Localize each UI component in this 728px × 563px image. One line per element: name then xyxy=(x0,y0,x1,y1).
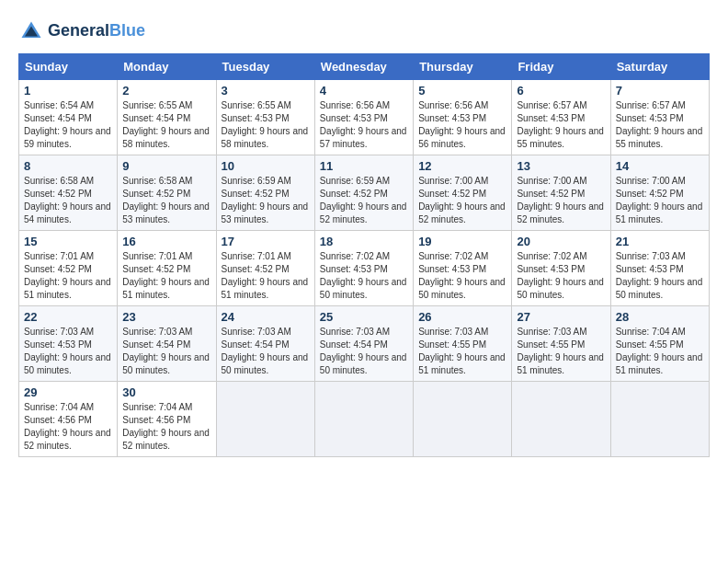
day-number: 25 xyxy=(320,310,408,324)
day-info: Sunrise: 7:03 AMSunset: 4:53 PMDaylight:… xyxy=(616,250,704,302)
day-number: 11 xyxy=(320,159,408,173)
day-cell-20: 20Sunrise: 7:02 AMSunset: 4:53 PMDayligh… xyxy=(512,231,610,306)
day-number: 10 xyxy=(222,159,310,173)
day-number: 16 xyxy=(122,235,210,248)
week-row-5: 29Sunrise: 7:04 AMSunset: 4:56 PMDayligh… xyxy=(19,382,710,457)
header-cell-friday: Friday xyxy=(512,54,610,80)
day-number: 19 xyxy=(418,235,506,248)
day-number: 5 xyxy=(418,84,506,98)
header-cell-wednesday: Wednesday xyxy=(314,54,413,80)
header-cell-saturday: Saturday xyxy=(610,54,709,80)
day-cell-8: 8Sunrise: 6:58 AMSunset: 4:52 PMDaylight… xyxy=(19,155,118,231)
day-cell-1: 1Sunrise: 6:54 AMSunset: 4:54 PMDaylight… xyxy=(19,80,118,155)
day-info: Sunrise: 7:04 AMSunset: 4:56 PMDaylight:… xyxy=(24,401,112,453)
day-cell-7: 7Sunrise: 6:57 AMSunset: 4:53 PMDaylight… xyxy=(610,80,709,155)
day-cell-14: 14Sunrise: 7:00 AMSunset: 4:52 PMDayligh… xyxy=(610,155,709,231)
day-cell-30: 30Sunrise: 7:04 AMSunset: 4:56 PMDayligh… xyxy=(118,382,216,457)
header-cell-thursday: Thursday xyxy=(414,54,512,80)
day-info: Sunrise: 7:04 AMSunset: 4:56 PMDaylight:… xyxy=(122,401,210,453)
day-info: Sunrise: 7:03 AMSunset: 4:53 PMDaylight:… xyxy=(24,326,112,377)
day-number: 4 xyxy=(320,84,408,98)
day-number: 17 xyxy=(222,235,310,248)
day-cell-12: 12Sunrise: 7:00 AMSunset: 4:52 PMDayligh… xyxy=(414,155,512,231)
header-row: SundayMondayTuesdayWednesdayThursdayFrid… xyxy=(19,54,710,80)
empty-cell xyxy=(414,382,512,457)
day-cell-5: 5Sunrise: 6:56 AMSunset: 4:53 PMDaylight… xyxy=(414,80,512,155)
day-number: 18 xyxy=(320,235,408,248)
day-number: 7 xyxy=(616,84,704,98)
day-cell-27: 27Sunrise: 7:03 AMSunset: 4:55 PMDayligh… xyxy=(512,306,610,382)
header-cell-sunday: Sunday xyxy=(19,54,118,80)
header: GeneralBlue xyxy=(18,18,710,44)
day-info: Sunrise: 6:55 AMSunset: 4:54 PMDaylight:… xyxy=(122,99,210,151)
day-cell-25: 25Sunrise: 7:03 AMSunset: 4:54 PMDayligh… xyxy=(314,306,413,382)
day-cell-3: 3Sunrise: 6:55 AMSunset: 4:53 PMDaylight… xyxy=(216,80,314,155)
day-cell-17: 17Sunrise: 7:01 AMSunset: 4:52 PMDayligh… xyxy=(216,231,314,306)
day-info: Sunrise: 6:57 AMSunset: 4:53 PMDaylight:… xyxy=(616,99,704,151)
day-number: 1 xyxy=(24,84,112,98)
day-number: 23 xyxy=(122,310,210,324)
day-info: Sunrise: 7:02 AMSunset: 4:53 PMDaylight:… xyxy=(320,250,408,302)
week-row-1: 1Sunrise: 6:54 AMSunset: 4:54 PMDaylight… xyxy=(19,80,710,155)
day-number: 30 xyxy=(122,385,210,399)
day-info: Sunrise: 7:00 AMSunset: 4:52 PMDaylight:… xyxy=(616,175,704,226)
day-number: 3 xyxy=(222,84,310,98)
day-number: 24 xyxy=(222,310,310,324)
day-cell-4: 4Sunrise: 6:56 AMSunset: 4:53 PMDaylight… xyxy=(314,80,413,155)
day-cell-21: 21Sunrise: 7:03 AMSunset: 4:53 PMDayligh… xyxy=(610,231,709,306)
day-info: Sunrise: 7:02 AMSunset: 4:53 PMDaylight:… xyxy=(517,250,605,302)
day-info: Sunrise: 6:55 AMSunset: 4:53 PMDaylight:… xyxy=(222,99,310,151)
day-number: 2 xyxy=(122,84,210,98)
day-cell-28: 28Sunrise: 7:04 AMSunset: 4:55 PMDayligh… xyxy=(610,306,709,382)
day-info: Sunrise: 7:03 AMSunset: 4:54 PMDaylight:… xyxy=(122,326,210,377)
day-number: 13 xyxy=(517,159,605,173)
day-info: Sunrise: 7:03 AMSunset: 4:55 PMDaylight:… xyxy=(418,326,506,377)
day-cell-18: 18Sunrise: 7:02 AMSunset: 4:53 PMDayligh… xyxy=(314,231,413,306)
day-info: Sunrise: 7:00 AMSunset: 4:52 PMDaylight:… xyxy=(418,175,506,226)
day-number: 26 xyxy=(418,310,506,324)
week-row-3: 15Sunrise: 7:01 AMSunset: 4:52 PMDayligh… xyxy=(19,231,710,306)
empty-cell xyxy=(512,382,610,457)
day-cell-24: 24Sunrise: 7:03 AMSunset: 4:54 PMDayligh… xyxy=(216,306,314,382)
logo-text: GeneralBlue xyxy=(48,22,145,40)
day-cell-10: 10Sunrise: 6:59 AMSunset: 4:52 PMDayligh… xyxy=(216,155,314,231)
day-number: 9 xyxy=(122,159,210,173)
logo: GeneralBlue xyxy=(18,18,145,44)
day-cell-9: 9Sunrise: 6:58 AMSunset: 4:52 PMDaylight… xyxy=(118,155,216,231)
empty-cell xyxy=(610,382,709,457)
day-cell-11: 11Sunrise: 6:59 AMSunset: 4:52 PMDayligh… xyxy=(314,155,413,231)
day-info: Sunrise: 7:03 AMSunset: 4:54 PMDaylight:… xyxy=(320,326,408,377)
day-number: 28 xyxy=(616,310,704,324)
day-cell-2: 2Sunrise: 6:55 AMSunset: 4:54 PMDaylight… xyxy=(118,80,216,155)
day-cell-23: 23Sunrise: 7:03 AMSunset: 4:54 PMDayligh… xyxy=(118,306,216,382)
day-cell-19: 19Sunrise: 7:02 AMSunset: 4:53 PMDayligh… xyxy=(414,231,512,306)
calendar-table: SundayMondayTuesdayWednesdayThursdayFrid… xyxy=(18,53,710,457)
day-info: Sunrise: 7:00 AMSunset: 4:52 PMDaylight:… xyxy=(517,175,605,226)
day-cell-26: 26Sunrise: 7:03 AMSunset: 4:55 PMDayligh… xyxy=(414,306,512,382)
day-number: 15 xyxy=(24,235,112,248)
day-cell-13: 13Sunrise: 7:00 AMSunset: 4:52 PMDayligh… xyxy=(512,155,610,231)
day-info: Sunrise: 6:59 AMSunset: 4:52 PMDaylight:… xyxy=(222,175,310,226)
day-number: 14 xyxy=(616,159,704,173)
day-cell-6: 6Sunrise: 6:57 AMSunset: 4:53 PMDaylight… xyxy=(512,80,610,155)
day-cell-22: 22Sunrise: 7:03 AMSunset: 4:53 PMDayligh… xyxy=(19,306,118,382)
day-info: Sunrise: 6:56 AMSunset: 4:53 PMDaylight:… xyxy=(320,99,408,151)
day-info: Sunrise: 6:56 AMSunset: 4:53 PMDaylight:… xyxy=(418,99,506,151)
week-row-2: 8Sunrise: 6:58 AMSunset: 4:52 PMDaylight… xyxy=(19,155,710,231)
day-info: Sunrise: 6:58 AMSunset: 4:52 PMDaylight:… xyxy=(24,175,112,226)
day-number: 22 xyxy=(24,310,112,324)
day-cell-15: 15Sunrise: 7:01 AMSunset: 4:52 PMDayligh… xyxy=(19,231,118,306)
day-cell-29: 29Sunrise: 7:04 AMSunset: 4:56 PMDayligh… xyxy=(19,382,118,457)
day-info: Sunrise: 7:03 AMSunset: 4:54 PMDaylight:… xyxy=(222,326,310,377)
day-info: Sunrise: 7:01 AMSunset: 4:52 PMDaylight:… xyxy=(24,250,112,302)
day-info: Sunrise: 7:01 AMSunset: 4:52 PMDaylight:… xyxy=(222,250,310,302)
day-number: 27 xyxy=(517,310,605,324)
day-number: 6 xyxy=(517,84,605,98)
day-info: Sunrise: 7:01 AMSunset: 4:52 PMDaylight:… xyxy=(122,250,210,302)
day-number: 21 xyxy=(616,235,704,248)
day-info: Sunrise: 6:54 AMSunset: 4:54 PMDaylight:… xyxy=(24,99,112,151)
day-number: 8 xyxy=(24,159,112,173)
day-info: Sunrise: 7:04 AMSunset: 4:55 PMDaylight:… xyxy=(616,326,704,377)
day-cell-16: 16Sunrise: 7:01 AMSunset: 4:52 PMDayligh… xyxy=(118,231,216,306)
header-cell-monday: Monday xyxy=(118,54,216,80)
